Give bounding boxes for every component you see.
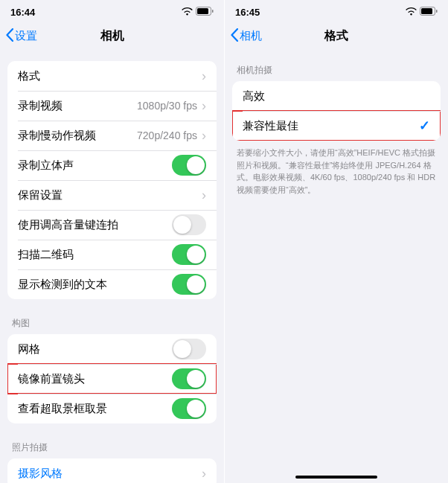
row-label: 查看超取景框取景 xyxy=(18,402,172,416)
camera-settings-screen: 16:44 设置 相机 格式›录制视频1080p/30 fps›录制慢动作视频7… xyxy=(0,0,224,483)
row-label: 保留设置 xyxy=(18,188,202,202)
toggle-switch[interactable] xyxy=(172,274,206,295)
toggle-switch[interactable] xyxy=(172,244,206,265)
toggle-switch[interactable] xyxy=(172,214,206,235)
toggle-switch[interactable] xyxy=(172,398,206,419)
svg-rect-2 xyxy=(212,10,214,13)
section-header-capture: 相机拍摄 xyxy=(225,61,448,81)
settings-row[interactable]: 兼容性最佳✓ xyxy=(232,111,441,141)
settings-row[interactable]: 网格 xyxy=(7,334,217,364)
back-label: 设置 xyxy=(15,29,37,43)
page-title: 相机 xyxy=(100,28,124,44)
settings-row[interactable]: 扫描二维码 xyxy=(7,240,217,269)
row-label: 格式 xyxy=(18,69,202,83)
wifi-icon xyxy=(182,7,193,18)
chevron-left-icon xyxy=(6,28,13,44)
footer-text-format: 若要缩小文件大小，请使用“高效”HEIF/HEVC 格式拍摄照片和视频。“兼容性… xyxy=(225,147,448,205)
row-label: 扫描二维码 xyxy=(18,248,172,262)
status-indicators xyxy=(182,7,214,18)
row-label: 摄影风格 xyxy=(18,467,202,481)
battery-icon xyxy=(196,7,214,18)
svg-rect-5 xyxy=(436,10,438,13)
toggle-switch[interactable] xyxy=(172,155,206,176)
settings-group-3: 摄影风格› xyxy=(7,458,217,483)
back-label: 相机 xyxy=(240,29,262,43)
row-label: 录制慢动作视频 xyxy=(18,129,137,143)
svg-rect-4 xyxy=(421,8,432,14)
content-scroll[interactable]: 相机拍摄 高效兼容性最佳✓ 若要缩小文件大小，请使用“高效”HEIF/HEVC … xyxy=(225,52,448,483)
page-title: 格式 xyxy=(324,28,348,44)
row-label: 高效 xyxy=(243,89,430,103)
svg-rect-1 xyxy=(197,8,208,14)
settings-row[interactable]: 高效 xyxy=(232,81,441,111)
status-indicators xyxy=(406,7,438,18)
status-bar: 16:45 xyxy=(225,4,448,19)
section-header-composition: 构图 xyxy=(0,314,224,334)
content-scroll[interactable]: 格式›录制视频1080p/30 fps›录制慢动作视频720p/240 fps›… xyxy=(0,52,224,483)
nav-bar: 相机 格式 xyxy=(225,19,448,52)
chevron-right-icon: › xyxy=(202,129,206,142)
row-label: 兼容性最佳 xyxy=(243,119,419,133)
nav-bar: 设置 相机 xyxy=(0,19,224,52)
settings-row[interactable]: 录制慢动作视频720p/240 fps› xyxy=(7,121,217,150)
format-group: 高效兼容性最佳✓ xyxy=(232,81,441,141)
battery-icon xyxy=(420,7,438,18)
status-time: 16:44 xyxy=(10,7,35,18)
settings-row[interactable]: 录制视频1080p/30 fps› xyxy=(7,91,217,121)
settings-row[interactable]: 镜像前置镜头 xyxy=(7,364,217,394)
row-label: 使用调高音量键连拍 xyxy=(18,218,172,232)
chevron-right-icon: › xyxy=(202,467,206,480)
chevron-right-icon: › xyxy=(202,99,206,112)
formats-screen: 16:45 相机 格式 相机拍摄 高效兼容性最佳✓ 若要缩小文件大小，请使用“高… xyxy=(224,0,448,483)
row-detail: 720p/240 fps xyxy=(137,129,197,141)
row-label: 镜像前置镜头 xyxy=(18,372,172,386)
section-header-photo: 照片拍摄 xyxy=(0,438,224,458)
row-detail: 1080p/30 fps xyxy=(137,100,197,112)
chevron-right-icon: › xyxy=(202,188,206,202)
toggle-switch[interactable] xyxy=(172,368,206,389)
settings-group-2: 网格镜像前置镜头查看超取景框取景 xyxy=(7,334,217,423)
settings-row[interactable]: 格式› xyxy=(7,61,217,91)
home-indicator[interactable] xyxy=(295,476,377,479)
back-button[interactable]: 相机 xyxy=(231,28,262,44)
wifi-icon xyxy=(406,7,417,18)
settings-row[interactable]: 使用调高音量键连拍 xyxy=(7,210,217,240)
toggle-switch[interactable] xyxy=(172,339,206,359)
settings-row[interactable]: 保留设置› xyxy=(7,180,217,210)
settings-row[interactable]: 录制立体声 xyxy=(7,150,217,180)
row-label: 网格 xyxy=(18,342,172,356)
settings-row[interactable]: 查看超取景框取景 xyxy=(7,394,217,423)
status-bar: 16:44 xyxy=(0,4,224,19)
row-label: 显示检测到的文本 xyxy=(18,278,172,292)
row-label: 录制立体声 xyxy=(18,159,172,173)
settings-row[interactable]: 摄影风格› xyxy=(7,458,217,483)
back-button[interactable]: 设置 xyxy=(6,28,37,44)
status-time: 16:45 xyxy=(235,7,260,18)
settings-row[interactable]: 显示检测到的文本 xyxy=(7,269,217,299)
chevron-right-icon: › xyxy=(202,69,206,83)
settings-group-1: 格式›录制视频1080p/30 fps›录制慢动作视频720p/240 fps›… xyxy=(7,61,217,299)
row-label: 录制视频 xyxy=(18,99,137,113)
checkmark-icon: ✓ xyxy=(419,118,430,134)
chevron-left-icon xyxy=(231,28,238,44)
